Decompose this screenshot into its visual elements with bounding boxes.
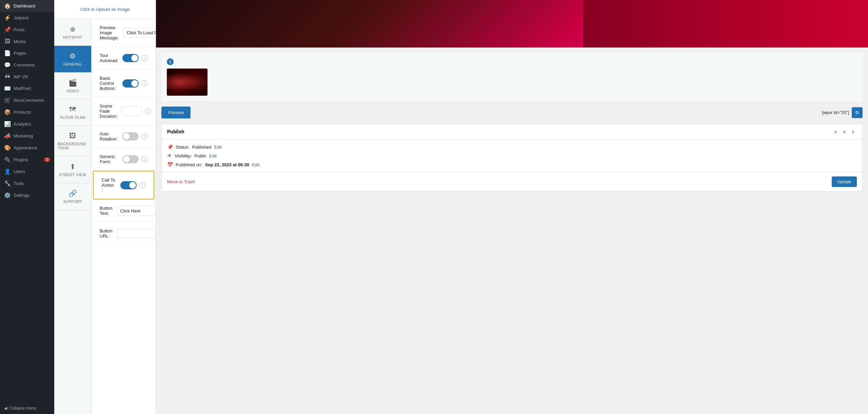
status-icon: 📌 (167, 144, 173, 150)
info-icon-generic_form[interactable]: i (141, 156, 147, 162)
sidebar-item-appearance[interactable]: 🎨 Appearance (0, 142, 54, 154)
text-input-preview_image_message[interactable] (123, 28, 156, 38)
info-icon-tour_autoload[interactable]: i (141, 55, 147, 61)
setting-controls-button_url: i (117, 229, 156, 239)
status-edit-link[interactable]: Edit (214, 145, 222, 150)
sidebar-item-media[interactable]: 🖼 Media (0, 36, 54, 47)
thumbnail-image (167, 69, 208, 96)
sidebar-item-plugins[interactable]: 🔌 Plugins 5 (0, 154, 54, 166)
tab-floorplan[interactable]: 🗺 FLOOR PLAN (54, 99, 91, 126)
toggle-auto_rotation[interactable] (122, 132, 139, 140)
preview-image-overlay (583, 0, 868, 48)
copy-shortcode-button[interactable]: ⧉ (852, 107, 863, 118)
sidebar-label-settings: Settings (14, 193, 29, 198)
setting-label-tour_autoload: Tour Autoload: (100, 53, 118, 63)
toggle-track-auto_rotation (122, 132, 139, 140)
shortcode-area: [wpvr id="25"] ⧉ (822, 107, 863, 118)
sidebar-item-analytics[interactable]: 📊 Analytics (0, 118, 54, 130)
jetpack-icon: ⚡ (4, 15, 11, 21)
tab-support[interactable]: 🔗 SUPPORT (54, 183, 91, 210)
setting-label-button_text: Button Text: (100, 206, 113, 216)
street_view-tab-label: STREET VIEW (59, 173, 86, 177)
publish-chevron-collapse[interactable]: ∧ (849, 128, 857, 135)
publish-chevron-down[interactable]: ∨ (841, 128, 848, 135)
toggle-thumb-auto_rotation (123, 133, 130, 140)
tab-hotspot[interactable]: ⊕ HOTSPOT (54, 19, 91, 46)
setting-wrap-call_to_action: Call To Action :i➜ (92, 171, 156, 200)
sidebar-item-jetpack[interactable]: ⚡ Jetpack (0, 12, 54, 24)
plugins-icon: 🔌 (4, 156, 11, 163)
thumbnail-count: 1 (167, 58, 174, 65)
sidebar-label-woocommerce: WooCommerce (14, 98, 44, 103)
arrow-indicator: ➜ (92, 180, 92, 191)
sidebar-item-tools[interactable]: 🔧 Tools (0, 177, 54, 189)
collapse-menu-button[interactable]: ◀ Collapse menu (0, 402, 54, 414)
publish-chevron-up[interactable]: ∧ (832, 128, 839, 135)
small-input-scene_fade_duration[interactable] (122, 106, 142, 116)
toggle-thumb-call_to_action (129, 182, 136, 189)
toggle-thumb-generic_form (123, 156, 130, 163)
sidebar-item-marketing[interactable]: 📣 Marketing (0, 130, 54, 142)
video-tab-icon: 🎬 (68, 79, 77, 87)
tab-video[interactable]: 🎬 VIDEO (54, 73, 91, 99)
sidebar-item-woocommerce[interactable]: 🛒 WooCommerce (0, 94, 54, 106)
sidebar-item-settings[interactable]: ⚙️ Settings (0, 189, 54, 201)
sidebar-item-users[interactable]: 👤 Users (0, 166, 54, 177)
info-icon-basic_control_buttons[interactable]: i (141, 80, 147, 87)
setting-wrap-basic_control_buttons: Basic Control Buttons:i (92, 70, 156, 97)
sidebar-item-products[interactable]: 📦 Products (0, 106, 54, 118)
move-to-trash-link[interactable]: Move to Trash (167, 179, 195, 184)
sidebar-item-mailpoet[interactable]: ✉️ MailPoet (0, 82, 54, 94)
sidebar-item-dashboard[interactable]: 🏠 Dashboard (0, 0, 54, 12)
comments-icon: 💬 (4, 62, 11, 68)
dashboard-icon: 🏠 (4, 3, 11, 9)
floorplan-tab-label: FLOOR PLAN (60, 115, 85, 119)
setting-row-tour_autoload: Tour Autoload:i (92, 47, 156, 70)
floorplan-tab-icon: 🗺 (69, 106, 76, 113)
toggle-call_to_action[interactable] (120, 181, 137, 189)
published-edit-link[interactable]: Edit (252, 162, 259, 167)
toggle-generic_form[interactable] (122, 155, 139, 163)
setting-controls-generic_form: i (122, 155, 147, 163)
upload-area[interactable]: Click to Upload an Image (54, 0, 156, 19)
tab-general[interactable]: ⚙ GENERAL (54, 46, 91, 73)
setting-row-button_text: Button Text:i (92, 200, 156, 222)
info-icon-scene_fade_duration[interactable]: i (145, 108, 151, 114)
toggle-track-tour_autoload (122, 54, 139, 62)
sidebar-item-pages[interactable]: 📄 Pages (0, 47, 54, 59)
setting-controls-button_text: i (117, 206, 156, 216)
sidebar-label-products: Products (14, 110, 31, 115)
setting-wrap-button_text: Button Text:i (92, 200, 156, 222)
visibility-edit-link[interactable]: Edit (209, 153, 217, 158)
preview-image (156, 0, 868, 48)
tab-background_tour[interactable]: 🖼 BACKGROUND TOUR (54, 126, 91, 156)
info-icon-call_to_action[interactable]: i (139, 182, 145, 188)
text-input-button_text[interactable] (117, 206, 156, 216)
text-input-button_url[interactable] (117, 229, 156, 239)
preview-button[interactable]: Preview (161, 107, 191, 118)
setting-wrap-tour_autoload: Tour Autoload:i (92, 47, 156, 70)
setting-label-preview_image_message: Preview Image Message: (100, 25, 119, 40)
setting-wrap-auto_rotation: Auto Rotation:i (92, 125, 156, 148)
toggle-tour_autoload[interactable] (122, 54, 139, 62)
toggle-track-generic_form (122, 155, 139, 163)
setting-controls-tour_autoload: i (122, 54, 147, 62)
badge-plugins: 5 (44, 157, 50, 162)
info-icon-auto_rotation[interactable]: i (141, 133, 147, 139)
support-tab-icon: 🔗 (68, 189, 77, 197)
status-label: Status: (176, 145, 189, 150)
setting-controls-call_to_action: i (120, 181, 145, 189)
street_view-tab-icon: ⬆ (70, 163, 76, 171)
setting-controls-basic_control_buttons: i (122, 79, 147, 88)
sidebar-item-wpvr[interactable]: 🕶 WP VR (0, 71, 54, 82)
posts-icon: 📌 (4, 26, 11, 33)
sidebar-item-comments[interactable]: 💬 Comments (0, 59, 54, 71)
sidebar-label-mailpoet: MailPoet (14, 86, 31, 91)
toggle-basic_control_buttons[interactable] (122, 79, 139, 88)
sidebar-label-pages: Pages (14, 51, 26, 56)
publish-section: Publish ∧ ∨ ∧ 📌 Status: Published Edit (161, 124, 863, 191)
visibility-icon: 👁 (167, 153, 172, 158)
tab-street_view[interactable]: ⬆ STREET VIEW (54, 156, 91, 183)
sidebar-item-posts[interactable]: 📌 Posts (0, 24, 54, 36)
update-button[interactable]: Update (832, 176, 857, 187)
